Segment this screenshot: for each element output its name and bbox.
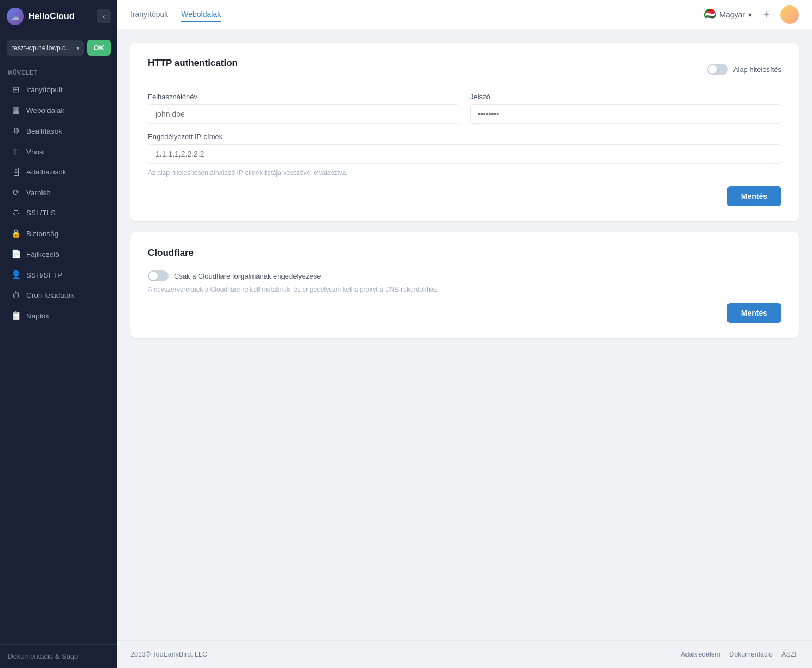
site-dropdown[interactable]: teszt-wp.hellowp.c... [7,40,84,56]
sidebar-item-varnish[interactable]: ⟳ Varnish [3,183,114,202]
password-group: Jelszó [470,93,781,124]
site-dropdown-wrap: teszt-wp.hellowp.c... [7,40,84,56]
page-footer: 2023© TooEarlyBird, LLC Adatvédelem Doku… [117,640,812,668]
nav-iranyitopult[interactable]: Irányítópult [130,8,168,22]
logs-icon: 📋 [11,311,21,321]
cloudflare-save-button[interactable]: Mentés [727,303,781,323]
nav-weboldalak[interactable]: Weboldalak [181,8,221,22]
cloudflare-toggle-label: Csak a Cloudflare forgalmának engedélyez… [174,272,321,280]
http-auth-card: HTTP authentication Alap hitelesítés Fel… [130,43,799,221]
username-password-row: Felhasználónév Jelszó [148,93,781,124]
sidebar-item-label: Weboldalak [26,106,64,115]
security-icon: 🔒 [11,228,21,238]
username-label: Felhasználónév [148,93,459,101]
http-auth-toggle-row: Alap hitelesítés [707,64,781,75]
sidebar-item-label: Adatbázisok [26,168,67,176]
ip-input[interactable] [148,144,781,164]
sidebar-item-cron[interactable]: ⏱ Cron feladatok [3,286,114,305]
content: HTTP authentication Alap hitelesítés Fel… [117,29,812,640]
docs-label: Dokumentáció & Súgó [8,652,78,660]
lang-chevron-icon: ▾ [748,10,752,19]
sidebar-item-label: Vhost [26,148,45,156]
language-selector[interactable]: 🇭🇺 Magyar ▾ [704,9,752,21]
cloudflare-hint: A névszervereknek a Cloudflare-re kell m… [148,286,781,293]
sidebar-item-label: Varnish [26,189,51,197]
footer-adatvedelem[interactable]: Adatvédelem [681,651,720,658]
username-input[interactable] [148,104,459,124]
cloudflare-footer: Mentés [148,303,781,323]
password-input[interactable] [470,104,781,124]
http-auth-save-button[interactable]: Mentés [727,186,781,206]
sidebar-item-iranyitopult[interactable]: ⊞ Irányítópult [3,80,114,99]
sidebar-item-label: SSL/TLS [26,209,56,217]
sidebar-item-fajlkezelo[interactable]: 📄 Fájlkezelő [3,244,114,264]
websites-icon: ▦ [11,105,21,115]
topbar-right: 🇭🇺 Magyar ▾ ✦ [704,5,799,24]
cron-icon: ⏱ [11,291,21,300]
sidebar-item-label: Fájlkezelő [26,250,59,258]
flag-icon: 🇭🇺 [704,9,716,21]
sidebar-header: ☁ HelloCloud ‹ [0,0,117,33]
varnish-icon: ⟳ [11,188,21,197]
topbar-nav: Irányítópult Weboldalak [130,8,221,22]
logo-area: ☁ HelloCloud [7,8,74,25]
sidebar-footer[interactable]: Dokumentáció & Súgó [0,644,117,668]
section-label: MŰVELET [0,62,117,79]
back-button[interactable]: ‹ [97,9,111,23]
ip-label: Engedélyezett IP-címek [148,133,781,141]
footer-links: Adatvédelem Dokumentáció ÁSZF [681,651,799,658]
sidebar-item-ssh[interactable]: 👤 SSH/SFTP [3,265,114,285]
logo-icon: ☁ [7,8,24,25]
http-auth-toggle-label: Alap hitelesítés [733,65,781,74]
main: Irányítópult Weboldalak 🇭🇺 Magyar ▾ ✦ HT… [117,0,812,668]
sidebar-item-label: Beállítások [26,127,62,135]
sidebar-item-beallitasok[interactable]: ⚙ Beállítások [3,121,114,141]
ip-group: Engedélyezett IP-címek Az alap hitelesít… [148,133,781,177]
username-group: Felhasználónév [148,93,459,124]
sidebar-item-label: Biztonság [26,230,58,238]
cloudflare-toggle[interactable] [148,270,169,281]
sidebar-item-label: Irányítópult [26,86,63,94]
http-auth-toggle[interactable] [707,64,728,75]
cloudflare-toggle-row: Csak a Cloudflare forgalmának engedélyez… [148,270,781,281]
settings-icon: ⚙ [11,126,21,136]
ssh-icon: 👤 [11,270,21,280]
sidebar-item-label: Naplók [26,312,49,320]
sidebar-item-vhost[interactable]: ◫ Vhost [3,142,114,161]
dashboard-icon: ⊞ [11,85,21,94]
cloudflare-card: Cloudflare Csak a Cloudflare forgalmának… [130,232,799,338]
http-auth-footer: Mentés [148,186,781,206]
sidebar-item-biztonsag[interactable]: 🔒 Biztonság [3,224,114,243]
sidebar-item-adatbazisok[interactable]: 🗄 Adatbázisok [3,163,114,182]
topbar: Irányítópult Weboldalak 🇭🇺 Magyar ▾ ✦ [117,0,812,29]
password-label: Jelszó [470,93,781,101]
http-auth-header: HTTP authentication Alap hitelesítés [148,58,781,81]
filemanager-icon: 📄 [11,249,21,259]
copyright: 2023© TooEarlyBird, LLC [130,651,207,658]
ssl-icon: 🛡 [11,208,21,218]
ok-button[interactable]: OK [87,40,111,56]
vhost-icon: ◫ [11,147,21,157]
sidebar: ☁ HelloCloud ‹ teszt-wp.hellowp.c... OK … [0,0,117,668]
theme-toggle-button[interactable]: ✦ [759,7,774,22]
sidebar-item-weboldalak[interactable]: ▦ Weboldalak [3,100,114,120]
ip-hint: Az alap hitelesítésen áthaladó IP-címek … [148,169,781,177]
lang-label: Magyar [719,10,745,19]
cloudflare-title: Cloudflare [148,248,781,258]
sidebar-item-ssl[interactable]: 🛡 SSL/TLS [3,203,114,222]
footer-dokumentacio[interactable]: Dokumentáció [729,651,773,658]
sidebar-item-label: SSH/SFTP [26,271,62,279]
logo-text: HelloCloud [28,11,74,21]
avatar[interactable] [780,5,799,24]
sidebar-item-label: Cron feladatok [26,291,74,299]
http-auth-title: HTTP authentication [148,58,238,69]
sidebar-item-naplok[interactable]: 📋 Naplók [3,306,114,326]
site-selector: teszt-wp.hellowp.c... OK [7,40,111,56]
database-icon: 🗄 [11,167,21,177]
footer-aszf[interactable]: ÁSZF [781,651,799,658]
